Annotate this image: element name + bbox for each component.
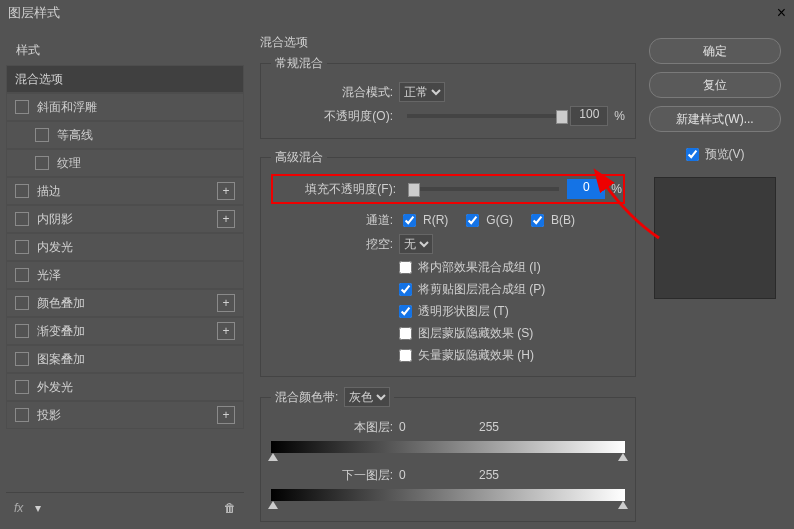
highlight-box: 填充不透明度(F): 0 % [271,174,625,204]
opacity-slider[interactable] [407,114,562,118]
checkbox-icon[interactable] [15,408,29,422]
advanced-option[interactable]: 透明形状图层 (T) [399,300,625,322]
advanced-option[interactable]: 图层蒙版隐藏效果 (S) [399,322,625,344]
preview-box [654,177,776,299]
sidebar-item[interactable]: 纹理 [6,149,244,177]
channel-g[interactable]: G(G) [462,211,513,230]
sidebar-item-label: 纹理 [57,155,235,172]
checkbox-icon[interactable] [35,156,49,170]
checkbox-icon[interactable] [15,268,29,282]
sidebar-item[interactable]: 光泽 [6,261,244,289]
sidebar-item[interactable]: 颜色叠加+ [6,289,244,317]
plus-icon[interactable]: + [217,182,235,200]
styles-sidebar: 样式 混合选项斜面和浮雕等高线纹理描边+内阴影+内发光光泽颜色叠加+渐变叠加+图… [0,26,250,529]
knockout-label: 挖空: [271,236,399,253]
sidebar-title: 样式 [6,36,244,65]
opacity-pct: % [614,109,625,123]
sidebar-item[interactable]: 混合选项 [6,65,244,93]
advanced-option[interactable]: 将剪贴图层混合成组 (P) [399,278,625,300]
sidebar-item-label: 渐变叠加 [37,323,217,340]
next-layer-gradient[interactable] [271,489,625,501]
normal-blend-group: 常规混合 混合模式: 正常 不透明度(O): 100 % [260,55,636,139]
checkbox-icon[interactable] [15,324,29,338]
plus-icon[interactable]: + [217,406,235,424]
checkbox-icon[interactable] [15,212,29,226]
blendif-group: 混合颜色带: 灰色 本图层: 0 255 下一图层: 0 255 [260,387,636,522]
sidebar-item[interactable]: 等高线 [6,121,244,149]
sidebar-item[interactable]: 内发光 [6,233,244,261]
checkbox-icon[interactable] [35,128,49,142]
checkbox-icon[interactable] [15,380,29,394]
reset-button[interactable]: 复位 [649,72,781,98]
sidebar-item[interactable]: 图案叠加 [6,345,244,373]
channel-b[interactable]: B(B) [527,211,575,230]
blend-mode-select[interactable]: 正常 [399,82,445,102]
trash-icon[interactable]: 🗑 [224,501,236,515]
advanced-blend-group: 高级混合 填充不透明度(F): 0 % 通道: R(R) G(G) B(B) [260,149,636,377]
checkbox-icon[interactable] [15,296,29,310]
advanced-option[interactable]: 矢量蒙版隐藏效果 (H) [399,344,625,366]
sidebar-item-label: 内发光 [37,239,235,256]
blendif-legend: 混合颜色带: [275,389,338,406]
sidebar-item[interactable]: 渐变叠加+ [6,317,244,345]
checkbox-icon[interactable] [15,184,29,198]
this-layer-label: 本图层: [271,419,399,436]
advanced-option[interactable]: 将内部效果混合成组 (I) [399,256,625,278]
sidebar-footer: fx ▾ 🗑 [6,492,244,523]
normal-legend: 常规混合 [271,55,327,72]
sidebar-item[interactable]: 投影+ [6,401,244,429]
options-title: 混合选项 [260,34,636,51]
plus-icon[interactable]: + [217,294,235,312]
sidebar-item[interactable]: 内阴影+ [6,205,244,233]
checkbox-icon[interactable] [15,240,29,254]
opacity-input[interactable]: 100 [570,106,608,126]
close-icon[interactable]: × [777,4,786,22]
plus-icon[interactable]: + [217,322,235,340]
preview-checkbox[interactable]: 预览(V) [686,146,745,163]
fill-opacity-label: 填充不透明度(F): [274,181,402,198]
blendif-select[interactable]: 灰色 [344,387,390,407]
window-title: 图层样式 [8,4,60,22]
new-style-button[interactable]: 新建样式(W)... [649,106,781,132]
options-panel: 混合选项 常规混合 混合模式: 正常 不透明度(O): 100 % 高级混合 [260,34,636,521]
fill-opacity-input[interactable]: 0 [567,179,605,199]
sidebar-item[interactable]: 外发光 [6,373,244,401]
sidebar-item[interactable]: 描边+ [6,177,244,205]
sidebar-item-label: 内阴影 [37,211,217,228]
checkbox-icon[interactable] [15,352,29,366]
fx-icon[interactable]: fx [14,501,23,515]
sidebar-item-label: 等高线 [57,127,235,144]
this-layer-gradient[interactable] [271,441,625,453]
sidebar-item-label: 斜面和浮雕 [37,99,235,116]
advanced-legend: 高级混合 [271,149,327,166]
channel-label: 通道: [271,212,399,229]
opacity-label: 不透明度(O): [271,108,399,125]
plus-icon[interactable]: + [217,210,235,228]
blend-mode-label: 混合模式: [271,84,399,101]
ok-button[interactable]: 确定 [649,38,781,64]
next-layer-label: 下一图层: [271,467,399,484]
sidebar-item-label: 光泽 [37,267,235,284]
sidebar-item-label: 描边 [37,183,217,200]
fill-opacity-slider[interactable] [410,187,559,191]
chevron-down-icon[interactable]: ▾ [35,501,41,515]
sidebar-item-label: 外发光 [37,379,235,396]
sidebar-item[interactable]: 斜面和浮雕 [6,93,244,121]
knockout-select[interactable]: 无 [399,234,433,254]
sidebar-item-label: 图案叠加 [37,351,235,368]
checkbox-icon[interactable] [15,100,29,114]
sidebar-item-label: 混合选项 [15,71,235,88]
fill-pct: % [611,182,622,196]
channel-r[interactable]: R(R) [399,211,448,230]
sidebar-item-label: 颜色叠加 [37,295,217,312]
sidebar-item-label: 投影 [37,407,217,424]
